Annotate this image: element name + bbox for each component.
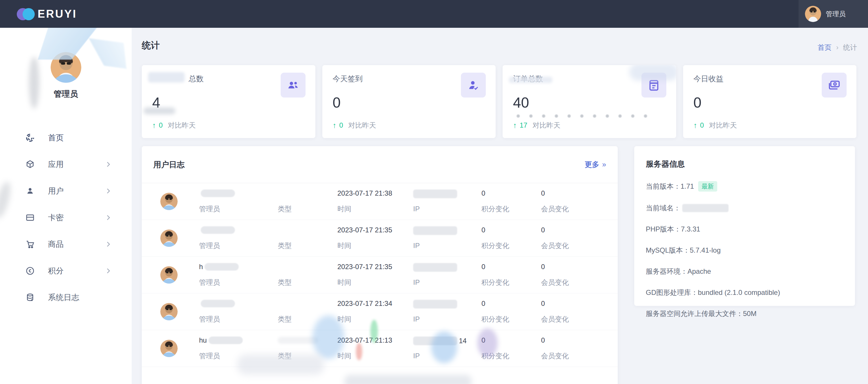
server-line-label: MySQL版本： — [646, 246, 690, 255]
sidebar-item-label: 商品 — [48, 239, 64, 249]
row-avatar — [160, 303, 178, 320]
server-line-value: 5.7.41-log — [690, 246, 721, 254]
sidebar-item-goods[interactable]: 商品 — [0, 231, 132, 258]
log-cell-member: 0 会员变化 — [541, 189, 609, 213]
more-link-label: 更多 — [585, 160, 599, 169]
breadcrumb: 首页 › 统计 — [818, 43, 857, 52]
censored-name — [201, 300, 235, 307]
user-name: 管理员 — [826, 10, 846, 18]
censored-name — [201, 189, 235, 197]
row-role: 管理员 — [199, 278, 278, 287]
log-cell-user: 管理员 — [178, 189, 278, 213]
log-cell-type: 类型 — [278, 336, 337, 360]
row-time: 2023-07-17 21:35 — [337, 263, 413, 271]
server-line-value: 1.71 — [681, 182, 694, 190]
row-points: 0 — [482, 263, 541, 271]
up-arrow-icon: ↑ — [333, 121, 337, 130]
stat-cards-row: 总数 4 ↑ 0 对比昨天 今天签到 0 ↑ 0 对比昨天 — [142, 65, 857, 138]
coin-icon — [26, 266, 35, 275]
log-cell-ip: IP — [413, 300, 482, 323]
server-line-label: 当前域名： — [646, 203, 681, 213]
log-cell-type: 类型 — [278, 189, 337, 213]
server-info-title: 服务器信息 — [646, 159, 843, 169]
log-cell-user: 管理员 — [178, 299, 278, 324]
stat-delta: 0 — [700, 121, 704, 129]
more-link[interactable]: 更多 » — [585, 160, 606, 169]
sidebar-item-label: 系统日志 — [48, 292, 79, 303]
sidebar-item-label: 首页 — [48, 132, 64, 143]
user-log-header: 用户日志 更多 » — [142, 146, 618, 183]
stat-card-footer: ↑ 0 对比昨天 — [693, 121, 737, 130]
sidebar-item-system-log[interactable]: 系统日志 — [0, 284, 132, 311]
server-line-label: 服务器环境： — [646, 267, 687, 276]
user-log-card: 用户日志 更多 » 管理员 类型 2023-07-17 21:38 时间 — [142, 146, 618, 384]
row-points: 0 — [482, 336, 541, 344]
breadcrumb-home-link[interactable]: 首页 — [818, 43, 832, 52]
server-line-label: GD图形处理库： — [646, 288, 698, 297]
type-label: 类型 — [278, 315, 337, 324]
row-member: 0 — [541, 263, 609, 271]
log-cell-member: 0 会员变化 — [541, 336, 609, 360]
stat-delta-label: 对比昨天 — [348, 121, 376, 130]
stat-card-footer: ↑ 0 对比昨天 — [333, 121, 376, 130]
navbar-user-menu[interactable]: 管理员 — [799, 0, 868, 28]
row-member: 0 — [541, 299, 609, 307]
row-time: 2023-07-17 21:13 — [337, 336, 413, 344]
stat-card-today-signin: 今天签到 0 ↑ 0 对比昨天 — [322, 65, 496, 138]
stat-card-total-orders: 订单总数 40 ↑ 17 对比昨天 — [503, 65, 676, 138]
member-label: 会员变化 — [541, 278, 609, 287]
row-member: 0 — [541, 189, 609, 197]
log-row: 管理员 类型 2023-07-17 21:38 时间 IP 0 积分变化 0 会… — [142, 183, 618, 220]
server-line-php: PHP版本： 7.3.31 — [646, 225, 843, 234]
row-member: 0 — [541, 336, 609, 344]
ip-label: IP — [413, 315, 482, 323]
sidebar-item-label: 卡密 — [48, 212, 64, 223]
censored-ip — [413, 336, 457, 345]
stat-card-footer: ↑ 0 对比昨天 — [152, 121, 195, 130]
sidebar-item-cards[interactable]: 卡密 — [0, 204, 132, 231]
stat-card-total-users: 总数 4 ↑ 0 对比昨天 — [142, 65, 315, 138]
server-line-domain: 当前域名： — [646, 203, 843, 213]
member-label: 会员变化 — [541, 351, 609, 360]
log-cell-member: 0 会员变化 — [541, 263, 609, 287]
row-points: 0 — [482, 226, 541, 234]
watermark-smudge — [512, 113, 648, 119]
log-cell-time: 2023-07-17 21:35 时间 — [337, 263, 413, 287]
row-role: 管理员 — [199, 204, 278, 213]
stat-card-value: 40 — [513, 94, 666, 111]
censored-type — [278, 337, 318, 344]
censored-name — [209, 336, 243, 344]
type-label: 类型 — [278, 351, 337, 360]
ip-label: IP — [413, 352, 482, 360]
time-label: 时间 — [337, 204, 413, 213]
sidebar-item-apps[interactable]: 应用 — [0, 151, 132, 178]
row-member: 0 — [541, 226, 609, 234]
server-line-version: 当前版本： 1.71 最新 — [646, 181, 843, 191]
points-label: 积分变化 — [482, 351, 541, 360]
log-cell-ip: IP — [413, 263, 482, 287]
censored-ip — [413, 300, 457, 308]
brand-name: ERUYI — [38, 8, 77, 20]
stat-delta-label: 对比昨天 — [533, 121, 560, 130]
log-cell-ip: 14 IP — [413, 337, 482, 360]
chevron-right-icon — [104, 267, 112, 275]
dashboard-icon — [26, 133, 35, 142]
sidebar-item-users[interactable]: 用户 — [0, 178, 132, 204]
row-points: 0 — [482, 189, 541, 197]
log-cell-points: 0 积分变化 — [482, 226, 541, 250]
up-arrow-icon: ↑ — [693, 121, 697, 130]
watermark-smudge — [629, 65, 676, 81]
time-label: 时间 — [337, 278, 413, 287]
page-title: 统计 — [142, 39, 160, 52]
sidebar-item-points[interactable]: 积分 — [0, 258, 132, 284]
server-line-mysql: MySQL版本： 5.7.41-log — [646, 246, 843, 255]
row-avatar — [160, 340, 178, 357]
server-line-label: 服务器空间允许上传最大文件： — [646, 309, 743, 318]
sidebar-item-home[interactable]: 首页 — [0, 124, 132, 151]
log-cell-time: 2023-07-17 21:35 时间 — [337, 226, 413, 250]
time-label: 时间 — [337, 351, 413, 360]
stat-card-today-revenue: 今日收益 0 ↑ 0 对比昨天 — [683, 65, 857, 138]
points-label: 积分变化 — [482, 278, 541, 287]
censored-ip — [413, 226, 457, 235]
censored-name — [205, 263, 239, 271]
